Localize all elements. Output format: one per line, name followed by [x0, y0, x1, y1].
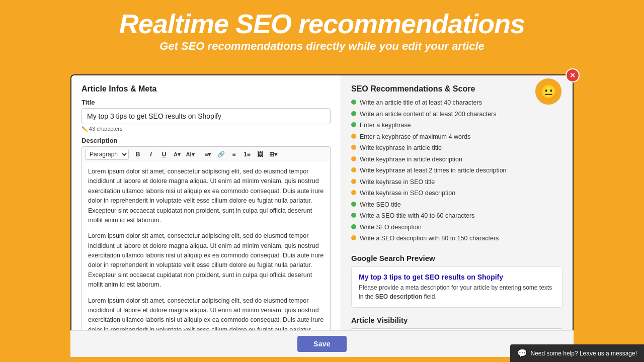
editor-toolbar: Paragraph B I U A▾ AI▾ ≡▾ 🔗 ≡ 1≡ 🖼 ⊞▾	[82, 146, 331, 162]
visibility-title: Article Visibility	[351, 316, 562, 324]
bold-button[interactable]: B	[132, 149, 144, 160]
list-item: Enter a keyphrase of maximum 4 words	[351, 133, 562, 142]
header-subtitle: Get SEO recommendations directly while y…	[30, 40, 614, 53]
status-dot-orange	[351, 156, 356, 161]
status-dot-orange	[351, 190, 356, 195]
avatar: 😐	[535, 78, 561, 105]
title-label: Title	[82, 99, 331, 106]
list-item: Write SEO title	[351, 201, 562, 210]
description-label: Description	[82, 137, 331, 144]
list-item: Enter a keyphrase	[351, 121, 562, 130]
search-preview-title: Google Search Preview	[351, 254, 562, 262]
seo-recommendations-title: SEO Recommendations & Score	[351, 84, 562, 94]
numbered-list-button[interactable]: 1≡	[241, 149, 253, 160]
status-dot-green	[351, 202, 356, 207]
text-color-button[interactable]: A▾	[171, 149, 183, 160]
help-bubble[interactable]: 💬 Need some help? Leave us a message!	[510, 344, 644, 362]
right-panel: SEO Recommendations & Score Write an art…	[341, 75, 573, 356]
status-dot-orange	[351, 167, 356, 172]
status-dot-orange	[351, 179, 356, 184]
modal-wrapper: ✕ 😐 Article Infos & Meta Title 43 charac…	[70, 74, 574, 357]
status-dot-orange	[351, 235, 356, 240]
list-item: Write keyphrase at least 2 times in arti…	[351, 166, 562, 175]
header-title: Realtime SEO recommendations	[30, 9, 614, 39]
recommendation-list: Write an article title of at least 40 ch…	[351, 99, 562, 246]
editor-content[interactable]: Lorem ipsum dolor sit amet, consectetur …	[82, 162, 331, 340]
list-item: Write an article content of at least 200…	[351, 110, 562, 119]
list-item: Write a SEO title with 40 to 60 characte…	[351, 212, 562, 221]
image-button[interactable]: 🖼	[254, 149, 266, 160]
header: Realtime SEO recommendations Get SEO rec…	[0, 0, 644, 60]
status-dot-green	[351, 111, 356, 116]
status-dot-green	[351, 122, 356, 127]
title-char-count: 43 characters	[82, 126, 331, 132]
lorem-paragraph-1: Lorem ipsum dolor sit amet, consectetur …	[88, 167, 324, 225]
close-button[interactable]: ✕	[566, 68, 580, 82]
status-dot-orange	[351, 134, 356, 139]
table-button[interactable]: ⊞▾	[267, 149, 279, 160]
help-text: Need some help? Leave us a message!	[531, 350, 637, 357]
list-item: Write an article title of at least 40 ch…	[351, 99, 562, 108]
left-panel: Article Infos & Meta Title 43 characters…	[71, 75, 341, 356]
panel-title: Article Infos & Meta	[82, 84, 331, 94]
align-button[interactable]: ≡▾	[202, 149, 214, 160]
title-input[interactable]	[82, 108, 331, 124]
status-dot-green	[351, 100, 356, 105]
preview-desc: Please provide a meta description for yo…	[359, 283, 555, 301]
search-preview-box: My top 3 tips to get SEO results on Shop…	[351, 266, 562, 308]
save-button[interactable]: Save	[297, 336, 347, 352]
bottom-bar: Save	[70, 330, 574, 357]
preview-link: My top 3 tips to get SEO results on Shop…	[359, 273, 555, 281]
list-item: Write a SEO description with 80 to 150 c…	[351, 234, 562, 243]
toolbar-separator-1	[199, 150, 199, 159]
bullet-list-button[interactable]: ≡	[228, 149, 240, 160]
modal-inner: Article Infos & Meta Title 43 characters…	[71, 75, 573, 356]
list-item: Write keyhrase in SEO title	[351, 178, 562, 187]
status-dot-green	[351, 224, 356, 229]
italic-button[interactable]: I	[145, 149, 157, 160]
paragraph-select[interactable]: Paragraph	[85, 149, 129, 160]
status-dot-green	[351, 213, 356, 218]
list-item: Write keyphrase in article title	[351, 144, 562, 153]
chat-icon: 💬	[517, 348, 527, 358]
list-item: Write SEO description	[351, 223, 562, 232]
underline-button[interactable]: U	[158, 149, 170, 160]
list-item: Write keyphrase in article description	[351, 155, 562, 164]
link-button[interactable]: 🔗	[215, 149, 227, 160]
list-item: Write keyhrase in SEO description	[351, 189, 562, 198]
lorem-paragraph-2: Lorem ipsum dolor sit amet, consectetur …	[88, 231, 324, 290]
ai-button[interactable]: AI▾	[184, 149, 196, 160]
status-dot-orange	[351, 145, 356, 150]
